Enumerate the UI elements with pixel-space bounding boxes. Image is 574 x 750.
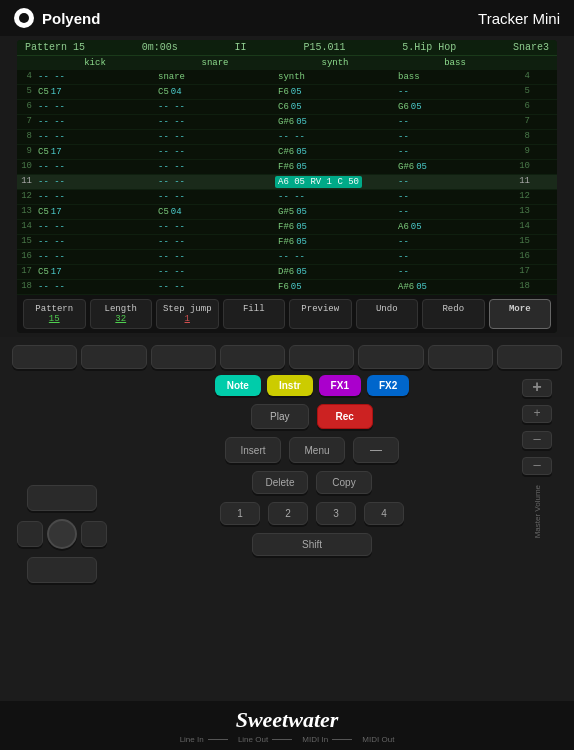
watermark-sub: Line In Line Out MIDI In MIDI Out bbox=[6, 735, 568, 744]
table-row: 5 C5 17 C5 04 F6 05 -- 5 bbox=[17, 85, 557, 100]
play-button[interactable]: Play bbox=[251, 404, 308, 429]
delete-copy-row: Delete Copy bbox=[120, 471, 504, 494]
device-name: Tracker Mini bbox=[478, 10, 560, 27]
volume-plus-button[interactable]: + bbox=[522, 405, 552, 423]
step-jump-btn[interactable]: Step jump 1 bbox=[156, 299, 219, 329]
table-row: 4 -- -- snare synth bass 4 bbox=[17, 70, 557, 85]
polyend-logo-icon bbox=[14, 8, 34, 28]
bass-header: bass bbox=[395, 57, 515, 69]
hw-btn-6[interactable] bbox=[358, 345, 423, 369]
toolbar: Pattern 15 Length 32 Step jump 1 Fill Pr… bbox=[17, 295, 557, 333]
track-header-row: kick snare synth bass bbox=[17, 56, 557, 70]
shift-button[interactable]: Shift bbox=[252, 533, 372, 556]
copy-button[interactable]: Copy bbox=[316, 471, 372, 494]
mode-buttons: Note Instr FX1 FX2 bbox=[120, 375, 504, 396]
time-display: 0m:00s bbox=[142, 42, 178, 53]
preset-display: Snare3 bbox=[513, 42, 549, 53]
volume-minus-button[interactable]: — bbox=[522, 431, 552, 449]
pad-up-button[interactable] bbox=[27, 485, 97, 511]
watermark-midi-in: MIDI In bbox=[302, 735, 354, 744]
main-controller: Note Instr FX1 FX2 Play Rec Insert Menu … bbox=[12, 375, 562, 693]
row-num-header bbox=[17, 57, 35, 69]
pattern-label: Pattern 15 bbox=[25, 42, 85, 53]
note-mode-button[interactable]: Note bbox=[215, 375, 261, 396]
fill-btn[interactable]: Fill bbox=[223, 299, 286, 329]
more-btn[interactable]: More bbox=[489, 299, 552, 329]
pad-left-button[interactable] bbox=[17, 521, 43, 547]
table-row: 9 C5 17 -- -- C#6 05 -- 9 bbox=[17, 145, 557, 160]
play-rec-row: Play Rec bbox=[120, 404, 504, 429]
table-row: 18 -- -- -- -- F6 05 A#6 05 18 bbox=[17, 280, 557, 295]
top-button-row bbox=[12, 345, 562, 369]
dash-button[interactable]: — bbox=[353, 437, 399, 463]
volume-minus-small-button[interactable]: — bbox=[522, 457, 552, 475]
master-volume-control: + + — — Master Volume bbox=[512, 375, 562, 693]
num-button-3[interactable]: 3 bbox=[316, 502, 356, 525]
hw-btn-8[interactable] bbox=[497, 345, 562, 369]
preview-btn[interactable]: Preview bbox=[289, 299, 352, 329]
fx2-mode-button[interactable]: FX2 bbox=[367, 375, 409, 396]
row-num-header-right bbox=[515, 57, 533, 69]
hw-btn-4[interactable] bbox=[220, 345, 285, 369]
table-row: 7 -- -- -- -- G#6 05 -- 7 bbox=[17, 115, 557, 130]
redo-btn[interactable]: Redo bbox=[422, 299, 485, 329]
hw-btn-7[interactable] bbox=[428, 345, 493, 369]
pad-right-button[interactable] bbox=[81, 521, 107, 547]
snare-header: snare bbox=[155, 57, 275, 69]
genre-display: 5.Hip Hop bbox=[402, 42, 456, 53]
table-row: 15 -- -- -- -- F#6 05 -- 15 bbox=[17, 235, 557, 250]
volume-plus-large-button[interactable]: + bbox=[522, 379, 552, 397]
pattern-btn[interactable]: Pattern 15 bbox=[23, 299, 86, 329]
left-pad bbox=[12, 375, 112, 693]
track-grid: kick snare synth bass 4 -- -- snare synt… bbox=[17, 56, 557, 295]
table-row: 8 -- -- -- -- -- -- -- 8 bbox=[17, 130, 557, 145]
table-row: 6 -- -- -- -- C6 05 G6 05 6 bbox=[17, 100, 557, 115]
position-display: P15.011 bbox=[303, 42, 345, 53]
num-button-1[interactable]: 1 bbox=[220, 502, 260, 525]
controller: Note Instr FX1 FX2 Play Rec Insert Menu … bbox=[0, 337, 574, 701]
undo-btn[interactable]: Undo bbox=[356, 299, 419, 329]
watermark-brand: Sweetwater bbox=[6, 707, 568, 733]
screen: Pattern 15 0m:00s II P15.011 5.Hip Hop S… bbox=[17, 40, 557, 333]
pad-center-button[interactable] bbox=[47, 519, 77, 549]
table-row: 14 -- -- -- -- F#6 05 A6 05 14 bbox=[17, 220, 557, 235]
pad-down-button[interactable] bbox=[27, 557, 97, 583]
insert-button[interactable]: Insert bbox=[225, 437, 281, 463]
watermark-line-in: Line In bbox=[180, 735, 230, 744]
table-row: 10 -- -- -- -- F#6 05 G#6 05 10 bbox=[17, 160, 557, 175]
watermark-midi-out: MIDI Out bbox=[362, 735, 394, 744]
rec-button[interactable]: Rec bbox=[317, 404, 373, 429]
synth-header: synth bbox=[275, 57, 395, 69]
pad-middle-row bbox=[17, 519, 107, 549]
brand-name: Polyend bbox=[42, 10, 100, 27]
number-row: 1 2 3 4 bbox=[120, 502, 504, 525]
hw-btn-2[interactable] bbox=[81, 345, 146, 369]
num-button-4[interactable]: 4 bbox=[364, 502, 404, 525]
table-row: 12 -- -- -- -- -- -- -- 12 bbox=[17, 190, 557, 205]
table-row: 17 C5 17 -- -- D#6 05 -- 17 bbox=[17, 265, 557, 280]
top-bar: Polyend Tracker Mini bbox=[0, 0, 574, 36]
table-row: 11 -- -- -- -- A6 05 RV 1 C 50 -- 11 bbox=[17, 175, 557, 190]
logo-area: Polyend bbox=[14, 8, 100, 28]
pattern-header: Pattern 15 0m:00s II P15.011 5.Hip Hop S… bbox=[17, 40, 557, 56]
shift-row: Shift bbox=[120, 533, 504, 556]
kick-header: kick bbox=[35, 57, 155, 69]
num-button-2[interactable]: 2 bbox=[268, 502, 308, 525]
hw-btn-1[interactable] bbox=[12, 345, 77, 369]
volume-label: Master Volume bbox=[533, 485, 542, 538]
insert-menu-row: Insert Menu — bbox=[120, 437, 504, 463]
hw-btn-5[interactable] bbox=[289, 345, 354, 369]
instr-mode-button[interactable]: Instr bbox=[267, 375, 313, 396]
hw-btn-3[interactable] bbox=[151, 345, 216, 369]
watermark: Sweetwater Line In Line Out MIDI In MIDI… bbox=[0, 701, 574, 750]
table-row: 13 C5 17 C5 04 G#5 05 -- 13 bbox=[17, 205, 557, 220]
fx1-mode-button[interactable]: FX1 bbox=[319, 375, 361, 396]
delete-button[interactable]: Delete bbox=[252, 471, 308, 494]
table-row: 16 -- -- -- -- -- -- -- 16 bbox=[17, 250, 557, 265]
play-state: II bbox=[235, 42, 247, 53]
menu-button[interactable]: Menu bbox=[289, 437, 345, 463]
center-controls: Note Instr FX1 FX2 Play Rec Insert Menu … bbox=[120, 375, 504, 693]
watermark-line-out: Line Out bbox=[238, 735, 294, 744]
length-btn[interactable]: Length 32 bbox=[90, 299, 153, 329]
